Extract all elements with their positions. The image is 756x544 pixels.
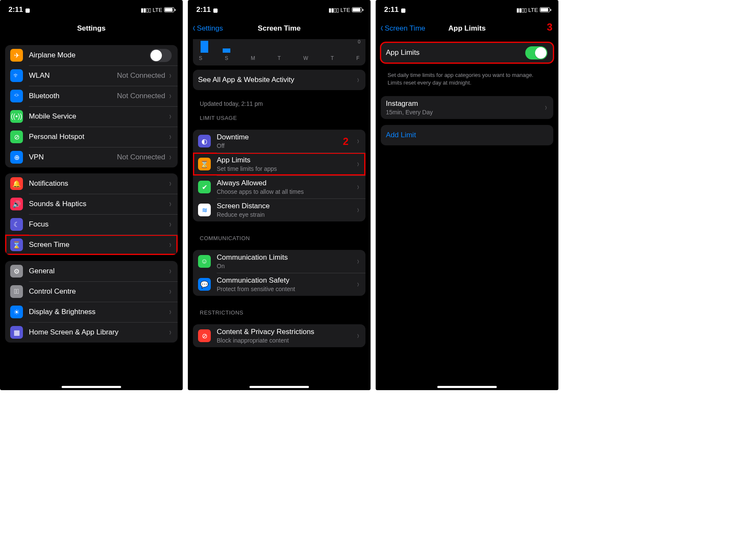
network-label: LTE (340, 7, 350, 13)
row-airplane-mode[interactable]: ✈ Airplane Mode (5, 45, 178, 65)
app-limits-screen: 2:11 ▮▮▯▯ LTE ‹ Screen Time App Limits 3… (376, 0, 558, 390)
home-indicator[interactable] (437, 386, 497, 388)
gear-icon: ⚙ (10, 265, 23, 278)
row-limit-instagram[interactable]: Instagram 15min, Every Day › (381, 96, 553, 119)
chat-bubble-icon: 💬 (198, 278, 211, 291)
row-always-allowed[interactable]: ✔ Always Allowed Choose apps to allow at… (193, 176, 365, 198)
row-label: Screen Distance (217, 202, 357, 210)
row-control-centre[interactable]: �⃝ Control Centre › (5, 281, 178, 302)
page-title: Screen Time (258, 24, 301, 33)
row-label: Airplane Mode (29, 51, 76, 60)
row-notifications[interactable]: 🔔 Notifications › (5, 173, 178, 194)
chart-bar (223, 48, 230, 53)
limit-usage-group: 2 ◐ Downtime Off › ⌛ App Limits Set time… (193, 130, 365, 221)
settings-group-general: ⚙ General › �⃝ Control Centre › ☀ Displa… (5, 261, 178, 343)
row-content-privacy[interactable]: ⊘ Content & Privacy Restrictions Block i… (193, 324, 365, 347)
clock-indicator-icon (25, 8, 30, 13)
hourglass-icon: ⌛ (198, 158, 211, 170)
screen-distance-icon: ≋ (198, 204, 211, 216)
network-label: LTE (528, 7, 538, 13)
speaker-icon: 🔊 (10, 198, 23, 210)
grid-icon: ▦ (10, 326, 23, 339)
row-label: Home Screen & App Library (29, 328, 119, 337)
antenna-icon: ((•)) (10, 110, 23, 123)
row-add-limit[interactable]: Add Limit (381, 125, 553, 145)
clock-indicator-icon (213, 8, 218, 13)
row-value: Not Connected (117, 71, 165, 80)
app-limits-list-group: Instagram 15min, Every Day › (381, 96, 553, 119)
row-label: Communication Safety (217, 276, 357, 285)
row-sub: Protect from sensitive content (217, 286, 357, 292)
add-limit-label: Add Limit (386, 131, 416, 139)
page-title: Settings (77, 24, 105, 33)
home-indicator[interactable] (249, 386, 309, 388)
settings-group-attention: 🔔 Notifications › 🔊 Sounds & Haptics › ☾… (5, 173, 178, 255)
day-label: F (357, 55, 360, 61)
row-see-all-activity[interactable]: See All App & Website Activity › (193, 70, 365, 90)
row-downtime[interactable]: ◐ Downtime Off › (193, 130, 365, 153)
day-label: T (277, 55, 280, 61)
row-label: Content & Privacy Restrictions (217, 328, 357, 336)
usage-chart: S S M T W T F (193, 39, 365, 65)
link-icon: ⊘ (10, 130, 23, 143)
row-personal-hotspot[interactable]: ⊘ Personal Hotspot › (5, 127, 178, 147)
switches-icon: �⃝ (10, 285, 23, 298)
app-limits-toggle[interactable] (525, 46, 547, 60)
day-label: T (331, 55, 334, 61)
row-focus[interactable]: ☾ Focus › (5, 214, 178, 235)
wifi-icon: ᯤ (10, 69, 23, 82)
day-label: S (199, 55, 202, 61)
row-label: Display & Brightness (29, 308, 96, 316)
row-communication-limits[interactable]: ☺ Communication Limits On › (193, 250, 365, 273)
row-sub: Reduce eye strain (217, 211, 357, 218)
row-general[interactable]: ⚙ General › (5, 261, 178, 281)
row-label: See All App & Website Activity (198, 76, 294, 84)
section-header-limit-usage: LIMIT USAGE (193, 107, 365, 124)
row-label: WLAN (29, 71, 50, 80)
row-sounds-haptics[interactable]: 🔊 Sounds & Haptics › (5, 194, 178, 214)
row-label: VPN (29, 153, 44, 162)
row-app-limits-toggle[interactable]: App Limits (381, 42, 553, 63)
signal-icon: ▮▮▯▯ (141, 7, 151, 13)
back-button[interactable]: ‹ Screen Time (378, 23, 427, 34)
row-label: Always Allowed (217, 179, 357, 187)
row-label: Mobile Service (29, 112, 76, 121)
add-limit-group: Add Limit (381, 125, 553, 145)
settings-screen: 2:11 ▮▮▯▯ LTE Settings ✈ Airplane Mode ᯤ… (0, 0, 183, 390)
row-label: Communication Limits (217, 253, 357, 262)
row-communication-safety[interactable]: 💬 Communication Safety Protect from sens… (193, 273, 365, 296)
restrictions-group: ⊘ Content & Privacy Restrictions Block i… (193, 324, 365, 347)
row-sub: On (217, 263, 357, 269)
row-vpn[interactable]: ⊕ VPN Not Connected › (5, 147, 178, 167)
row-screen-time[interactable]: ⌛ Screen Time › (5, 235, 178, 255)
clock-indicator-icon (401, 8, 405, 13)
nav-bar: ‹ Screen Time App Limits 3 (376, 18, 558, 39)
row-display-brightness[interactable]: ☀ Display & Brightness › (5, 302, 178, 322)
back-button[interactable]: ‹ Settings (190, 23, 225, 34)
back-label: Screen Time (385, 24, 425, 33)
status-bar: 2:11 ▮▮▯▯ LTE (188, 0, 371, 18)
downtime-icon: ◐ (198, 135, 211, 147)
row-app-limits[interactable]: ⌛ App Limits Set time limits for apps › (193, 153, 365, 176)
row-screen-distance[interactable]: ≋ Screen Distance Reduce eye strain › (193, 198, 365, 221)
row-mobile-service[interactable]: ((•)) Mobile Service › (5, 106, 178, 127)
row-label: General (29, 267, 54, 275)
status-time: 2:11 (384, 6, 399, 14)
status-bar: 2:11 ▮▮▯▯ LTE (0, 0, 183, 18)
section-header-restrictions: RESTRICTIONS (193, 302, 365, 318)
row-home-screen[interactable]: ▦ Home Screen & App Library › (5, 322, 178, 343)
row-value: Not Connected (117, 92, 165, 100)
sun-icon: ☀ (10, 306, 23, 318)
home-indicator[interactable] (62, 386, 121, 388)
row-label: Screen Time (29, 241, 69, 249)
airplane-toggle[interactable] (150, 49, 172, 62)
row-wlan[interactable]: ᯤ WLAN Not Connected › (5, 65, 178, 86)
chart-bar (201, 41, 208, 53)
bluetooth-icon: ⌔ (10, 90, 23, 102)
app-limits-toggle-group: App Limits (381, 42, 553, 63)
row-sub: Set time limits for apps (217, 165, 357, 172)
row-label: Bluetooth (29, 92, 59, 100)
row-bluetooth[interactable]: ⌔ Bluetooth Not Connected › (5, 86, 178, 106)
row-label: Personal Hotspot (29, 133, 84, 141)
bell-icon: 🔔 (10, 177, 23, 190)
